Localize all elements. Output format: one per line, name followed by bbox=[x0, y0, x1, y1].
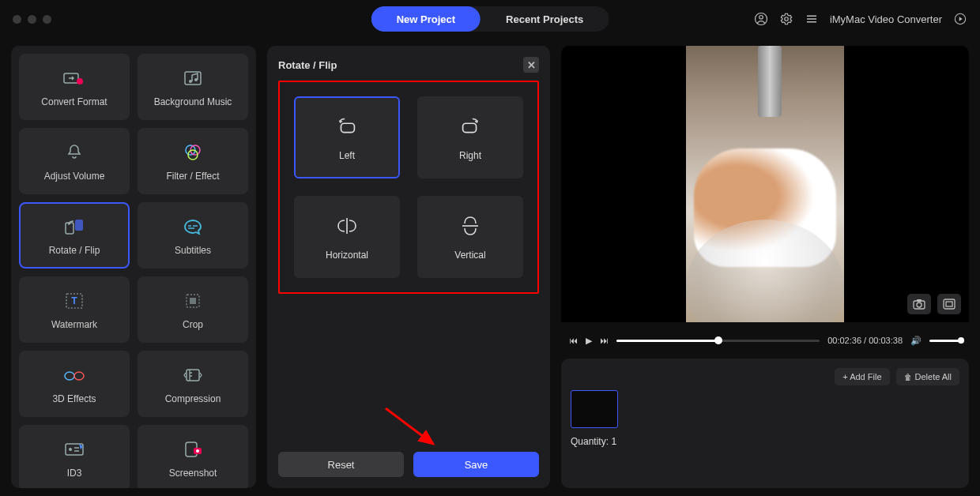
skip-back-icon[interactable]: ⏮ bbox=[569, 336, 578, 345]
project-tabs: New Project Recent Projects bbox=[371, 6, 609, 32]
compress-icon bbox=[181, 363, 205, 387]
opt-rotate-left[interactable]: Left bbox=[294, 96, 400, 178]
file-panel: + Add File 🗑Delete All Quantity: 1 bbox=[561, 359, 969, 488]
tool-label: Watermark bbox=[51, 319, 97, 330]
screenshot-icon bbox=[181, 438, 205, 461]
time-display: 00:02:36 / 00:03:38 bbox=[827, 336, 903, 345]
tool-label: Screenshot bbox=[169, 468, 217, 479]
svg-rect-17 bbox=[190, 298, 196, 304]
delete-all-label: Delete All bbox=[915, 372, 952, 381]
tool-label: ID3 bbox=[67, 468, 82, 479]
svg-point-2 bbox=[785, 17, 789, 21]
tool-background-music[interactable]: Background Music bbox=[138, 54, 248, 120]
options-highlight: Left Right Horizontal Vertical bbox=[278, 81, 539, 294]
svg-line-28 bbox=[386, 408, 433, 444]
playback-bar: ⏮ ▶ ⏭ 00:02:36 / 00:03:38 🔊 bbox=[561, 329, 969, 352]
play-circle-icon[interactable] bbox=[953, 12, 967, 26]
editor-panel: Rotate / Flip ✕ Left Right Horizontal Ve… bbox=[267, 46, 550, 488]
tool-compression[interactable]: Compression bbox=[138, 351, 248, 417]
svg-rect-20 bbox=[187, 370, 199, 381]
play-icon[interactable]: ▶ bbox=[586, 336, 592, 346]
svg-point-25 bbox=[196, 449, 199, 453]
close-icon[interactable]: ✕ bbox=[523, 57, 539, 73]
music-icon bbox=[181, 66, 205, 90]
maximize-window-dot[interactable] bbox=[43, 15, 51, 24]
add-file-button[interactable]: + Add File bbox=[835, 368, 889, 385]
app-name: iMyMac Video Converter bbox=[830, 13, 942, 25]
opt-flip-vertical[interactable]: Vertical bbox=[417, 196, 523, 278]
svg-point-1 bbox=[760, 16, 763, 20]
flip-vertical-icon bbox=[458, 213, 483, 239]
menu-icon[interactable] bbox=[805, 12, 819, 26]
tool-crop[interactable]: Crop bbox=[138, 276, 248, 343]
red-arrow-annotation bbox=[382, 404, 445, 452]
close-window-dot[interactable] bbox=[13, 15, 21, 24]
svg-rect-6 bbox=[185, 72, 201, 85]
watermark-icon: T bbox=[62, 289, 86, 313]
tool-id3[interactable]: ID3 bbox=[19, 425, 130, 488]
svg-text:T: T bbox=[71, 295, 77, 306]
rotate-left-icon bbox=[334, 114, 360, 139]
tool-watermark[interactable]: T Watermark bbox=[19, 276, 130, 343]
tool-screenshot[interactable]: Screenshot bbox=[138, 425, 248, 488]
progress-slider[interactable] bbox=[616, 340, 820, 342]
svg-point-19 bbox=[74, 372, 84, 380]
bell-icon bbox=[62, 141, 86, 164]
fullscreen-button[interactable] bbox=[937, 294, 961, 314]
delete-all-button[interactable]: 🗑Delete All bbox=[896, 368, 959, 385]
video-frame bbox=[686, 46, 844, 322]
id3-icon bbox=[62, 438, 86, 461]
window-controls bbox=[13, 15, 51, 24]
skip-forward-icon[interactable]: ⏭ bbox=[600, 336, 609, 345]
tool-filter-effect[interactable]: Filter / Effect bbox=[138, 128, 248, 194]
preview-panel: ⏮ ▶ ⏭ 00:02:36 / 00:03:38 🔊 + Add File 🗑… bbox=[561, 46, 969, 488]
tool-adjust-volume[interactable]: Adjust Volume bbox=[19, 128, 130, 194]
tool-subtitles[interactable]: Subtitles bbox=[138, 202, 248, 269]
rotate-icon bbox=[62, 215, 86, 239]
snapshot-button[interactable] bbox=[907, 294, 931, 314]
svg-rect-32 bbox=[944, 299, 955, 309]
reset-button[interactable]: Reset bbox=[278, 452, 404, 477]
rotate-right-icon bbox=[458, 114, 483, 139]
tool-label: Subtitles bbox=[175, 245, 211, 256]
tool-label: Rotate / Flip bbox=[49, 245, 100, 256]
tool-label: Filter / Effect bbox=[166, 171, 219, 182]
tab-new-project[interactable]: New Project bbox=[371, 6, 481, 32]
opt-rotate-right[interactable]: Right bbox=[417, 96, 523, 178]
subtitles-icon bbox=[181, 215, 205, 239]
glasses-icon bbox=[62, 363, 86, 387]
svg-rect-27 bbox=[463, 123, 477, 132]
opt-flip-horizontal[interactable]: Horizontal bbox=[294, 196, 400, 278]
gear-icon[interactable] bbox=[779, 12, 793, 26]
tool-label: Adjust Volume bbox=[44, 171, 105, 182]
tool-convert-format[interactable]: Convert Format bbox=[19, 54, 130, 120]
svg-point-30 bbox=[917, 302, 922, 307]
tool-label: Convert Format bbox=[41, 96, 107, 107]
tool-3d-effects[interactable]: 3D Effects bbox=[19, 351, 130, 417]
svg-rect-33 bbox=[946, 302, 952, 306]
tool-label: Background Music bbox=[154, 96, 232, 107]
svg-point-22 bbox=[69, 448, 72, 451]
volume-slider[interactable] bbox=[929, 340, 961, 342]
save-button[interactable]: Save bbox=[413, 452, 539, 477]
svg-rect-31 bbox=[917, 299, 922, 302]
quantity-label: Quantity: 1 bbox=[571, 436, 959, 447]
minimize-window-dot[interactable] bbox=[28, 15, 36, 24]
crop-icon bbox=[181, 289, 205, 313]
svg-rect-13 bbox=[75, 220, 83, 231]
tools-panel: Convert Format Background Music Adjust V… bbox=[11, 46, 256, 488]
tool-label: Compression bbox=[165, 393, 221, 404]
volume-icon[interactable]: 🔊 bbox=[910, 336, 922, 346]
tab-recent-projects[interactable]: Recent Projects bbox=[481, 6, 609, 32]
account-icon[interactable] bbox=[754, 12, 768, 26]
filter-icon bbox=[181, 141, 205, 164]
opt-label: Left bbox=[339, 150, 355, 161]
file-thumbnail[interactable] bbox=[571, 390, 618, 428]
svg-rect-26 bbox=[341, 123, 354, 132]
flip-horizontal-icon bbox=[334, 213, 360, 239]
video-preview bbox=[561, 46, 969, 322]
tool-rotate-flip[interactable]: Rotate / Flip bbox=[19, 202, 130, 269]
convert-icon bbox=[62, 66, 86, 90]
svg-point-18 bbox=[65, 372, 74, 380]
opt-label: Right bbox=[459, 150, 481, 161]
